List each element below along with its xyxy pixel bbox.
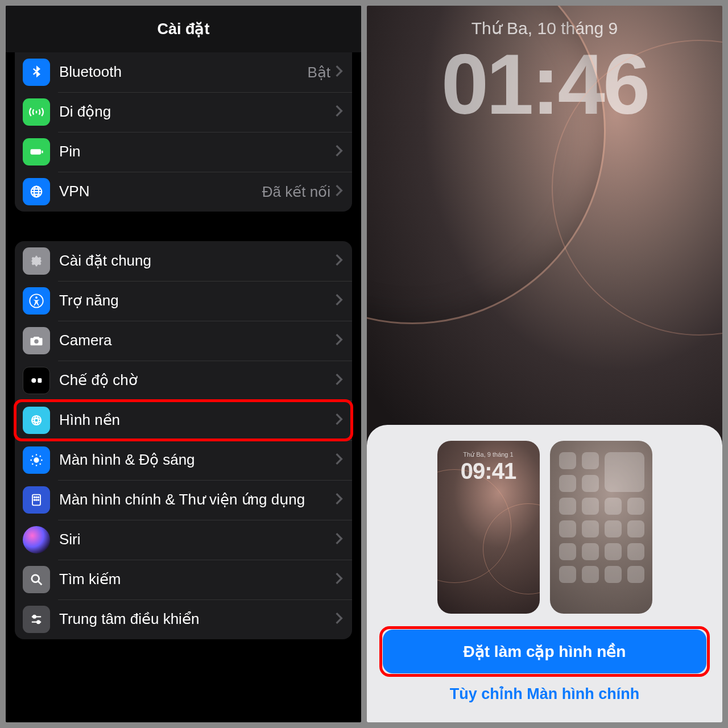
vpn-icon [23,178,50,205]
settings-header: Cài đặt [6,6,361,52]
standby-icon [23,367,50,394]
set-wallpaper-pair-button[interactable]: Đặt làm cặp hình nền [383,630,706,673]
row-label: Bluetooth [59,64,307,81]
battery-icon [23,138,50,166]
row-camera[interactable]: Camera [15,321,352,361]
settings-group-general: Cài đặt chung Trợ năng Camera Chế độ chờ [15,241,352,639]
row-battery[interactable]: Pin [15,132,352,172]
row-wallpaper[interactable]: Hình nền [15,400,352,440]
svg-point-6 [34,339,38,343]
row-accessibility[interactable]: Trợ năng [15,281,352,321]
row-value: Bật [307,64,330,81]
homescreen-icon [23,486,50,514]
row-label: Siri [59,531,335,548]
row-label: VPN [59,183,262,200]
chevron-right-icon [335,65,343,80]
chevron-right-icon [335,453,343,468]
svg-point-14 [36,497,37,498]
row-value: Đã kết nối [262,183,330,201]
row-homescreen[interactable]: Màn hình chính & Thư viện ứng dụng [15,480,352,520]
wallpaper-pair-previews: Thứ Ba, 9 tháng 1 09:41 [437,441,652,614]
chevron-right-icon [335,333,343,348]
row-standby[interactable]: Chế độ chờ [15,361,352,400]
svg-point-20 [33,615,36,618]
row-bluetooth[interactable]: Bluetooth Bật [15,52,352,92]
chevron-right-icon [335,572,343,587]
bluetooth-icon [23,59,50,86]
row-label: Di động [59,104,335,121]
svg-point-17 [36,499,37,500]
svg-point-15 [38,497,39,498]
svg-point-13 [34,497,35,498]
svg-point-18 [38,499,39,500]
chevron-right-icon [335,413,343,428]
cellular-icon [23,98,50,126]
accessibility-icon [23,287,50,315]
chevron-right-icon [335,254,343,268]
row-controlcenter[interactable]: Trung tâm điều khiển [15,599,352,639]
chevron-right-icon [335,144,343,159]
button-label: Tùy chỉnh Màn hình chính [450,685,639,702]
chevron-right-icon [335,293,343,308]
row-search[interactable]: Tìm kiếm [15,560,352,599]
svg-rect-8 [38,378,42,383]
settings-group-connectivity: Bluetooth Bật Di động Pin VPN Đã kết nối [15,52,352,212]
row-cellular[interactable]: Di động [15,92,352,132]
row-general[interactable]: Cài đặt chung [15,241,352,281]
row-label: Trung tâm điều khiển [59,611,335,628]
svg-point-19 [32,575,39,582]
row-label: Hình nền [59,412,335,429]
homescreen-grid [550,441,652,583]
chevron-right-icon [335,612,343,627]
row-label: Trợ năng [59,292,335,309]
customize-homescreen-button[interactable]: Tùy chỉnh Màn hình chính [450,673,639,711]
settings-title: Cài đặt [157,20,209,38]
homescreen-preview[interactable] [550,441,652,614]
button-label: Đặt làm cặp hình nền [464,643,626,660]
control-center-icon [23,606,50,633]
gear-icon [23,247,50,275]
search-icon [23,566,50,593]
siri-icon [23,526,50,553]
brightness-icon [23,446,50,474]
row-label: Tìm kiếm [59,571,335,588]
camera-icon [23,327,50,354]
row-label: Camera [59,332,335,349]
row-vpn[interactable]: VPN Đã kết nối [15,172,352,212]
row-label: Pin [59,143,335,160]
row-siri[interactable]: Siri [15,520,352,560]
svg-rect-1 [42,151,43,154]
chevron-right-icon [335,105,343,119]
svg-point-11 [34,457,39,462]
chevron-right-icon [335,493,343,507]
chevron-right-icon [335,373,343,388]
svg-point-21 [37,621,40,623]
svg-point-10 [32,416,41,425]
svg-rect-0 [31,149,42,154]
row-label: Màn hình chính & Thư viện ứng dụng [59,491,335,508]
row-display[interactable]: Màn hình & Độ sáng [15,440,352,480]
action-sheet: Thứ Ba, 9 tháng 1 09:41 Đặt làm cặp hình… [367,425,722,722]
svg-point-16 [34,499,35,500]
svg-point-5 [35,296,38,299]
preview-date: Thứ Ba, 9 tháng 1 [463,451,513,458]
lockscreen-preview[interactable]: Thứ Ba, 9 tháng 1 09:41 [437,441,540,614]
wallpaper-preview-panel: Thứ Ba, 10 tháng 9 01:46 Thứ Ba, 9 tháng… [367,6,722,722]
row-label: Màn hình & Độ sáng [59,452,335,469]
chevron-right-icon [335,184,343,199]
row-label: Cài đặt chung [59,253,335,270]
svg-point-7 [31,378,36,383]
chevron-right-icon [335,532,343,547]
settings-panel: Cài đặt Bluetooth Bật Di động Pin [6,6,361,722]
wallpaper-icon [23,407,50,434]
row-label: Chế độ chờ [59,372,335,389]
